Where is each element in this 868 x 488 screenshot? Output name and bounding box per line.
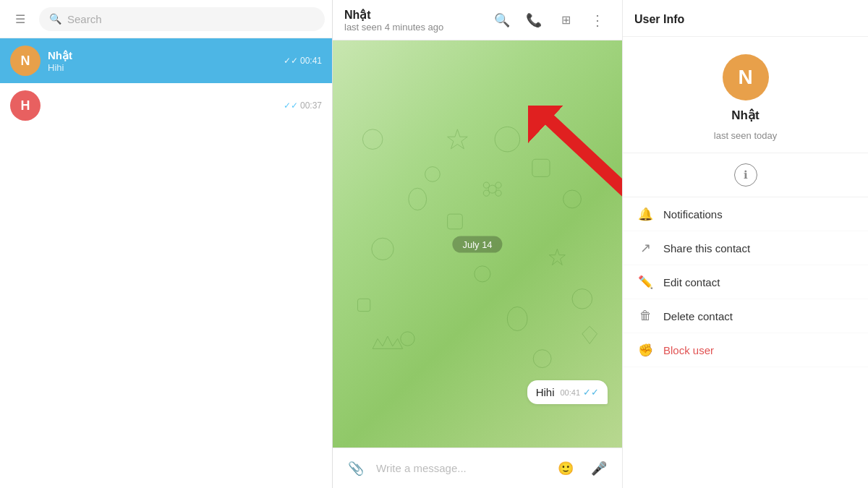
avatar-nhat: N [10,46,41,76]
svg-point-14 [488,185,496,193]
info-icon: ℹ [744,168,748,181]
attachment-button[interactable]: 📎 [343,455,369,481]
message-input[interactable] [376,462,545,474]
read-tick-nhat: ✓✓ [284,56,298,66]
menu-item-notifications[interactable]: 🔔 Notifications [623,197,868,231]
chat-name-nhat: Nhật [48,49,276,62]
user-info-panel: User Info N Nhật last seen today ℹ 🔔 Not… [622,0,868,488]
attachment-icon: 📎 [348,461,364,476]
svg-rect-10 [357,299,370,311]
svg-rect-11 [532,159,550,176]
search-chat-icon: 🔍 [494,12,510,28]
message-bubble: Hihi 00:41 ✓✓ [527,380,608,404]
chat-background: July 14 Hihi 00:41 ✓✓ [333,40,622,448]
message-time: 00:41 [560,388,580,397]
message-text: Hihi [536,386,555,398]
search-input[interactable] [67,13,315,25]
block-user-label: Block user [663,344,714,356]
chat-time-nhat: ✓✓ 00:41 [284,56,322,66]
hamburger-icon: ☰ [15,12,25,26]
chat-time-h: ✓✓ 00:37 [284,100,322,111]
menu-item-edit-contact[interactable]: ✏️ Edit contact [623,265,868,299]
menu-item-delete-contact[interactable]: 🗑 Delete contact [623,299,868,333]
svg-point-7 [401,332,414,346]
chat-item-nhat[interactable]: N Nhật Hihi ✓✓ 00:41 [0,38,332,83]
user-menu-items: 🔔 Notifications ↗ Share this contact ✏️ … [623,197,868,488]
menu-item-share-contact[interactable]: ↗ Share this contact [623,231,868,265]
svg-rect-9 [448,214,463,229]
chat-header-info: Nhật last seen 4 minutes ago [344,8,482,33]
notifications-label: Notifications [663,208,723,221]
chat-preview-nhat: Hihi [48,62,276,73]
chat-info-nhat: Nhật Hihi [48,49,276,73]
user-info-title: User Info [634,13,684,25]
svg-point-1 [425,167,441,182]
chat-header-name: Nhật [344,8,482,22]
read-tick-h: ✓✓ [284,100,298,111]
info-icon-row: ℹ [623,153,868,197]
search-container: 🔍 [39,7,325,31]
notifications-icon: 🔔 [637,206,653,222]
chat-area: Nhật last seen 4 minutes ago 🔍 📞 ⊞ ⋮ [333,0,622,488]
phone-icon: 📞 [526,12,542,28]
svg-point-4 [372,238,393,260]
share-contact-label: Share this contact [663,242,750,254]
edit-contact-icon: ✏️ [637,274,653,290]
columns-icon: ⊞ [561,13,571,27]
svg-point-8 [533,350,551,368]
chat-input-bar: 📎 🙂 🎤 [333,448,622,488]
emoji-icon: 🙂 [558,461,574,476]
svg-point-5 [475,266,490,282]
date-badge: July 14 [452,236,502,252]
chat-item-h[interactable]: H ✓✓ 00:37 [0,83,332,128]
chat-gradient: July 14 Hihi 00:41 ✓✓ [333,40,622,448]
call-button[interactable]: 📞 [521,7,547,33]
columns-button[interactable]: ⊞ [553,7,579,33]
svg-point-2 [495,127,519,151]
menu-item-block-user[interactable]: ✊ Block user [623,333,868,367]
block-user-icon: ✊ [637,342,653,358]
svg-point-18 [483,190,489,196]
microphone-icon: 🎤 [591,461,607,476]
chat-header-actions: 🔍 📞 ⊞ ⋮ [489,7,610,33]
search-icon: 🔍 [49,13,61,25]
delete-contact-icon: 🗑 [637,308,653,324]
emoji-button[interactable]: 🙂 [553,455,579,481]
chat-meta-nhat: ✓✓ 00:41 [284,56,322,66]
chat-header: Nhật last seen 4 minutes ago 🔍 📞 ⊞ ⋮ [333,0,622,40]
svg-point-0 [362,129,383,150]
sidebar: ☰ 🔍 N Nhật Hihi ✓✓ 00:41 [0,0,333,488]
svg-point-12 [409,188,427,210]
search-chat-button[interactable]: 🔍 [489,7,515,33]
message-read-tick: ✓✓ [583,387,599,398]
user-profile-status: last seen today [714,130,777,141]
share-contact-icon: ↗ [637,240,653,256]
more-icon: ⋮ [590,12,605,29]
user-profile: N Nhật last seen today [623,37,868,153]
svg-point-6 [572,289,592,309]
more-button[interactable]: ⋮ [584,7,610,33]
svg-point-15 [495,182,501,188]
chat-meta-h: ✓✓ 00:37 [284,100,322,111]
svg-point-13 [507,307,527,330]
delete-contact-label: Delete contact [663,310,733,322]
hamburger-button[interactable]: ☰ [7,6,33,32]
chat-header-status: last seen 4 minutes ago [344,22,482,33]
avatar-h: H [10,90,41,121]
chat-list: N Nhật Hihi ✓✓ 00:41 H [0,38,332,488]
svg-point-3 [563,190,582,208]
svg-point-17 [483,182,489,188]
user-avatar-large: N [723,54,769,100]
microphone-button[interactable]: 🎤 [586,455,612,481]
user-info-header: User Info [623,0,868,37]
svg-point-16 [495,190,501,196]
user-profile-name: Nhật [731,108,759,123]
edit-contact-label: Edit contact [663,276,720,288]
message-time-area: 00:41 ✓✓ [560,387,599,398]
search-row: ☰ 🔍 [0,0,332,38]
info-circle-button[interactable]: ℹ [734,163,757,187]
